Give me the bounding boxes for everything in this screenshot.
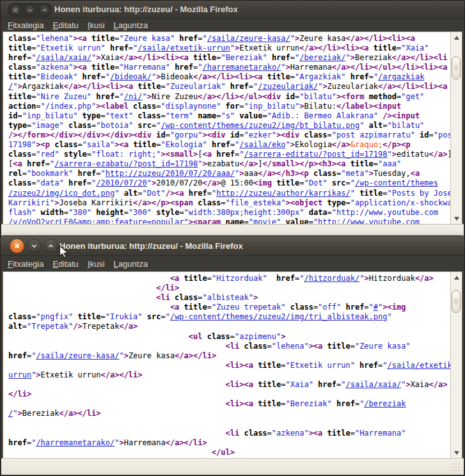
code-line: <li class="albisteak"> — [8, 293, 451, 303]
source-link[interactable]: /wp-content/themes/zuzeu2/img/tri_albist… — [170, 312, 388, 321]
source-link[interactable]: /argazkiak — [378, 72, 424, 81]
source-link[interactable]: /saila/eko — [239, 140, 285, 149]
menu-item-ikusi[interactable]: Ikusi — [83, 258, 109, 269]
maximize-button[interactable] — [39, 4, 50, 15]
source-link[interactable]: http://zuzeu/2010/07/20/aaa/ — [106, 169, 235, 178]
menu-item-fitxategia[interactable]: Fitxategia — [3, 20, 48, 31]
source-link[interactable]: urrun — [8, 370, 31, 379]
menu-item-editatu[interactable]: Editatu — [48, 258, 83, 269]
menu-item-laguntza[interactable]: Laguntza — [109, 20, 153, 31]
code-line: <li><a title="Bereziak" href="/bereziak — [8, 399, 451, 409]
titlebar[interactable]: Honen iturburua: http://zuzeu/ - Mozilla… — [1, 1, 464, 19]
minimize-icon — [31, 244, 37, 248]
source-link[interactable]: /saila/etxetik-urrun — [138, 44, 230, 52]
code-line: <li class="azkena"><a title="Harremana" — [8, 429, 451, 438]
code-line: /zuzeu2/img/ico_dot.png" alt="Dot"/><a h… — [8, 189, 451, 198]
code-line: action="/index.php"><label class="displa… — [8, 102, 451, 111]
close-button[interactable] — [10, 239, 24, 253]
code-line: href="/harremanetarako/">Harremana</a></… — [8, 438, 451, 448]
source-link[interactable]: /harremanetarako/ — [203, 63, 281, 72]
code-line — [8, 418, 451, 428]
arrow-down-icon — [454, 451, 459, 455]
source-link[interactable]: /zuzeulariak/ — [258, 82, 318, 91]
source-link[interactable]: /sarrera-editatu/?post_id=17198 — [244, 150, 388, 159]
scroll-up-button[interactable] — [452, 273, 461, 282]
arrow-down-icon — [454, 217, 459, 221]
source-link[interactable]: /sarrera-ezabatu/?post_id=17198 — [54, 159, 198, 168]
source-link[interactable]: /wp-content/themes — [355, 178, 438, 187]
code-line: Karrikiri">Joseba Karrikiri</a></p><span… — [8, 198, 451, 208]
close-icon — [14, 243, 20, 249]
minimize-button[interactable] — [24, 4, 35, 15]
menubar: FitxategiaEditatuIkusiLaguntza — [1, 256, 464, 271]
minimize-button[interactable] — [28, 239, 41, 253]
source-link[interactable]: /2010/07/20 — [96, 178, 146, 187]
scroll-down-button[interactable] — [452, 214, 461, 223]
code-line: [<a href="/sarrera-ezabatu/?post_id=1719… — [8, 159, 451, 169]
window-controls — [8, 3, 52, 17]
code-line: </li> — [8, 283, 451, 293]
code-line: flash" width="380" height="300" style="w… — [8, 208, 451, 218]
scrollbar-thumb[interactable] — [452, 56, 461, 79]
resize-grip[interactable] — [452, 463, 462, 473]
source-link[interactable]: /hitzorduak/ — [304, 274, 359, 283]
code-line: <a title="Zuzeu trepetak" class="off" hr… — [8, 303, 451, 312]
source-link[interactable]: http://zuzeu/author/karrikas/ — [216, 189, 351, 198]
code-line: title="Etxetik urrun" href="/saila/etxet… — [8, 44, 451, 53]
code-line: <a title="Hitzorduak" href="/hitzorduak/… — [8, 274, 451, 283]
source-link[interactable]: /saila/zeure-kasa/ — [36, 351, 119, 360]
source-link[interactable]: /saila/etxetik- — [387, 361, 451, 370]
code-line: </li> — [8, 390, 451, 399]
code-line: class="pngfix" title="Irukia" src="/wp-c… — [8, 312, 451, 322]
code-line: rel="bookmark" href="http://zuzeu/2010/0… — [8, 169, 451, 178]
code-line: type="image" class="botoia" src="/wp-con… — [8, 121, 451, 131]
close-icon — [13, 8, 18, 13]
scroll-down-button[interactable] — [452, 448, 461, 457]
code-line: <li class="lehena"><a title="Zeure kasa" — [8, 342, 451, 351]
minimize-icon — [28, 8, 33, 12]
source-link[interactable]: # — [374, 303, 378, 312]
window-controls — [10, 239, 58, 253]
code-line: <li><a title="Xaia" href="/saila/xaia/">… — [8, 380, 451, 390]
code-line: class="red" style="float: right;"><small… — [8, 150, 451, 159]
source-link[interactable]: /zuzeu2/img/ico_dot.png — [8, 189, 114, 198]
menu-item-ikusi[interactable]: Ikusi — [83, 20, 109, 31]
source-link[interactable]: /saila/xaia/ — [36, 53, 91, 62]
view-source-content: class="lehena"><a title="Zeure kasa" hre… — [3, 31, 462, 225]
source-code: <a title="Hitzorduak" href="/hitzorduak/… — [3, 272, 451, 459]
scroll-up-button[interactable] — [452, 33, 461, 42]
maximize-button[interactable] — [44, 239, 58, 253]
scrollbar-thumb[interactable] — [452, 290, 461, 313]
maximize-icon — [48, 244, 54, 248]
firefox-view-source-window-back: Honen iturburua: http://zuzeu/ - Mozilla… — [0, 0, 465, 238]
code-line: /">Bereziak</a></li> — [8, 409, 451, 418]
source-link[interactable]: /saila/zeure-kasa/ — [207, 34, 290, 43]
window-title: Honen iturburua: http://zuzeu/ - Mozilla… — [59, 241, 243, 251]
source-link[interactable]: /bereziak — [364, 399, 406, 408]
desktop: { "colors": { "titlebar_bg": "#3c3a35", … — [0, 0, 465, 476]
menu-item-editatu[interactable]: Editatu — [48, 20, 83, 31]
source-link[interactable]: /harremanetarako/ — [36, 438, 114, 447]
code-line: urrun">Etxetik urrun</a></li> — [8, 370, 451, 380]
menu-item-laguntza[interactable]: Laguntza — [109, 258, 153, 269]
source-link[interactable]: /wp-content/themes/zuzeu2/img/bt_bilatu.… — [161, 121, 359, 130]
source-link[interactable]: /saila/xaia/ — [345, 380, 401, 389]
thumb-grip-icon — [454, 65, 458, 70]
scrollbar[interactable] — [450, 32, 462, 225]
view-source-content: <a title="Hitzorduak" href="/hitzorduak/… — [3, 271, 462, 459]
code-line: /></form></div></div></div><div id="gorp… — [8, 131, 451, 140]
close-button[interactable] — [10, 4, 21, 15]
titlebar[interactable]: Honen iturburua: http://zuzeu/ - Mozilla… — [1, 236, 464, 256]
source-link[interactable]: /bideoak/ — [110, 72, 152, 81]
code-line: <ul class="azpimenu"> — [8, 332, 451, 342]
code-line: 17198"><p class="saila"><a title="Ekolog… — [8, 140, 451, 150]
scrollbar[interactable] — [450, 272, 462, 459]
firefox-view-source-window-front: Honen iturburua: http://zuzeu/ - Mozilla… — [0, 235, 465, 476]
code-line: href="/saila/xaia/">Xaia</a></li><li><a … — [8, 53, 451, 63]
source-link[interactable]: /ni/ — [124, 92, 143, 101]
menu-item-fitxategia[interactable]: Fitxategia — [3, 258, 48, 269]
code-line: class="lehena"><a title="Zeure kasa" hre… — [8, 34, 451, 44]
code-line: <li><a title="Etxetik urrun" href="/sail… — [8, 361, 451, 370]
source-link[interactable]: /bereziak/ — [299, 53, 345, 62]
arrow-up-icon — [454, 276, 459, 280]
